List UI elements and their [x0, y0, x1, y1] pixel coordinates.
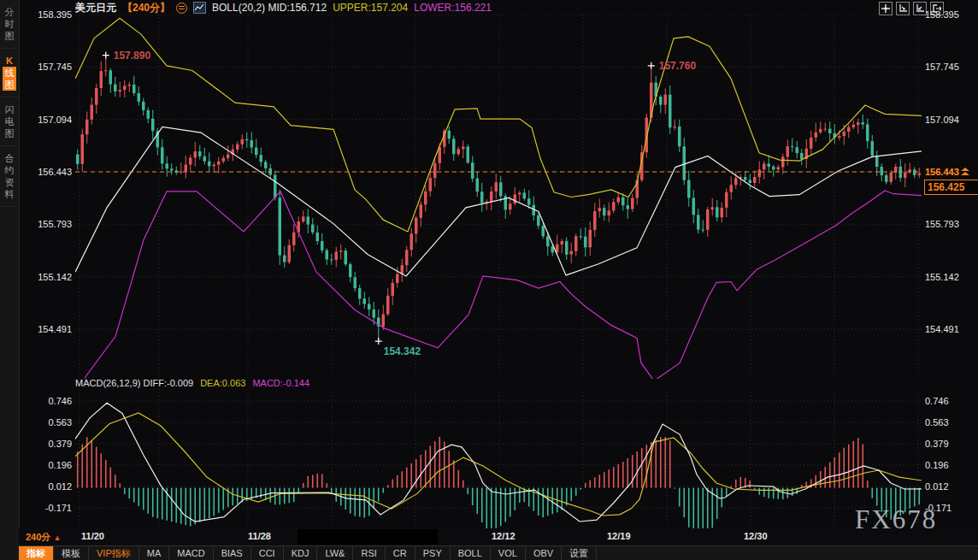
axis-tick-label: 154.491: [925, 324, 976, 334]
axis-tick-label: 0.563: [925, 417, 976, 427]
symbol-title: 美元日元: [75, 1, 116, 15]
sidebar-item-char: 合: [3, 152, 16, 164]
double-up-triangle-icon[interactable]: [961, 168, 969, 176]
axis-tick-label: 155.142: [17, 272, 72, 282]
axis-tick-label: 0.196: [925, 460, 976, 470]
period-selector[interactable]: 240分 ▲: [26, 531, 61, 544]
axis-tick-label: 157.745: [925, 62, 976, 72]
axis-tick-label: 0.379: [925, 439, 976, 449]
boll-upper-value: UPPER:157.204: [333, 2, 408, 14]
sidebar-item-time-share[interactable]: 分时图: [0, 0, 19, 49]
boll-label: BOLL(20,2) MID:156.712: [212, 2, 327, 14]
fx678-chart-app: { "header": { "symbol": "美元日元", "period"…: [0, 0, 978, 560]
axis-tick-label: 156.443: [17, 167, 72, 177]
axis-tick-label: 154.491: [17, 324, 72, 334]
toolbar-item-OBV[interactable]: OBV: [526, 546, 562, 560]
axis-tick-label: 0.563: [17, 417, 72, 427]
period-badge[interactable]: 【240分】: [122, 1, 170, 15]
toolbar-item-BIAS[interactable]: BIAS: [214, 546, 251, 560]
svg-text:157.890: 157.890: [114, 50, 151, 62]
axis-tick-label: 0.012: [925, 481, 976, 492]
toolbar-item-模板[interactable]: 模板: [54, 546, 89, 560]
candlestick-chart[interactable]: 157.890157.760154.342: [75, 15, 922, 379]
date-label: 12/30: [744, 531, 768, 541]
sidebar-item-char: 时: [3, 18, 16, 30]
axis-tick-label: 0.196: [17, 460, 72, 470]
sidebar-item-char: 图: [3, 127, 16, 139]
toolbar-item-RSI[interactable]: RSI: [353, 546, 385, 560]
toolbar-item-BOLL[interactable]: BOLL: [451, 546, 491, 560]
axis-tick-label: 155.142: [925, 272, 976, 282]
indicator-toolbar: 指标模板VIP指标MAMACDBIASCCIKDJLW&RSICRPSYBOLL…: [19, 545, 978, 560]
macd-header: MACD(26,12,9) DIFF:-0.009 DEA:0.063 MACD…: [75, 378, 309, 388]
indicator-chart-icon[interactable]: [193, 2, 206, 14]
sidebar-item-char: 约: [3, 164, 16, 176]
toolbar-item-VOL[interactable]: VOL: [491, 546, 526, 560]
chart-header: 美元日元 【240分】 BOLL(20,2) MID:156.712 UPPER…: [75, 1, 492, 15]
axis-tick-label: 0.379: [17, 439, 72, 449]
macd-pane[interactable]: [75, 389, 922, 528]
boll-lower-value: LOWER:156.221: [414, 2, 492, 14]
axis-tick-label: 155.793: [925, 219, 976, 229]
toolbar-item-MACD[interactable]: MACD: [169, 546, 213, 560]
toolbar-item-CCI[interactable]: CCI: [251, 546, 284, 560]
macd-hist-value: MACD:-0.144: [252, 378, 309, 388]
sidebar-item-char: 图: [3, 30, 16, 42]
date-label: 11/28: [248, 531, 271, 541]
svg-text:157.760: 157.760: [659, 60, 697, 72]
toolbar-item-设置[interactable]: 设置: [562, 546, 597, 560]
macd-dea-value: DEA:0.063: [200, 378, 245, 388]
svg-text:154.342: 154.342: [384, 345, 421, 357]
sidebar-item-char: 闪: [3, 103, 16, 115]
axis-tick-label: 157.094: [17, 115, 72, 125]
date-label: 12/19: [607, 531, 631, 541]
sidebar-item-char: 资: [3, 176, 16, 188]
toolbar-item-LW&[interactable]: LW&: [317, 546, 353, 560]
current-price-box: 156.425: [924, 180, 978, 195]
fit-left-axis-icon[interactable]: [896, 2, 910, 15]
toolbar-item-PSY[interactable]: PSY: [415, 546, 451, 560]
date-label: 11/20: [81, 531, 104, 541]
sidebar-item-char: 图: [3, 79, 16, 91]
axis-tick-label: 158.395: [925, 9, 976, 20]
sidebar-item-contract-info[interactable]: 合约资料: [0, 146, 19, 207]
axis-tick-label: 157.745: [17, 62, 72, 72]
axis-tick-label: 157.094: [925, 115, 976, 125]
sidebar-item-char: 电: [3, 115, 16, 127]
sidebar-item-kline[interactable]: K线图: [0, 49, 19, 97]
axis-tick-label: -0.171: [17, 503, 72, 513]
date-label: 12/12: [492, 531, 516, 541]
sidebar-item-char: 料: [3, 188, 16, 200]
sidebar-item-flash[interactable]: 闪电图: [0, 97, 19, 146]
fx678-watermark: FX678: [855, 504, 937, 535]
timeline-scrollbar[interactable]: [298, 529, 438, 545]
axis-tick-label: 158.395: [17, 9, 72, 20]
time-axis-row: 240分 ▲ 11/2011/2812/1212/1912/30: [19, 528, 978, 545]
toolbar-item-KDJ[interactable]: KDJ: [284, 546, 318, 560]
period-menu-icon[interactable]: [176, 3, 187, 14]
crosshair-icon[interactable]: [879, 2, 893, 15]
toolbar-item-指标[interactable]: 指标: [19, 546, 54, 560]
axis-tick-label: 0.746: [925, 396, 976, 406]
sidebar-item-char: K: [3, 55, 16, 67]
sidebar-item-char: 线: [3, 67, 16, 79]
axis-tick-label: 0.012: [17, 481, 72, 492]
sidebar-item-char: 分: [3, 6, 16, 18]
axis-tick-label: 155.793: [17, 219, 72, 229]
macd-params: MACD(26,12,9) DIFF:-0.009: [75, 378, 193, 388]
toolbar-item-CR[interactable]: CR: [386, 546, 415, 560]
toolbar-item-MA[interactable]: MA: [139, 546, 170, 560]
axis-tick-label: 0.746: [17, 396, 72, 406]
toolbar-item-VIP指标[interactable]: VIP指标: [89, 546, 139, 560]
